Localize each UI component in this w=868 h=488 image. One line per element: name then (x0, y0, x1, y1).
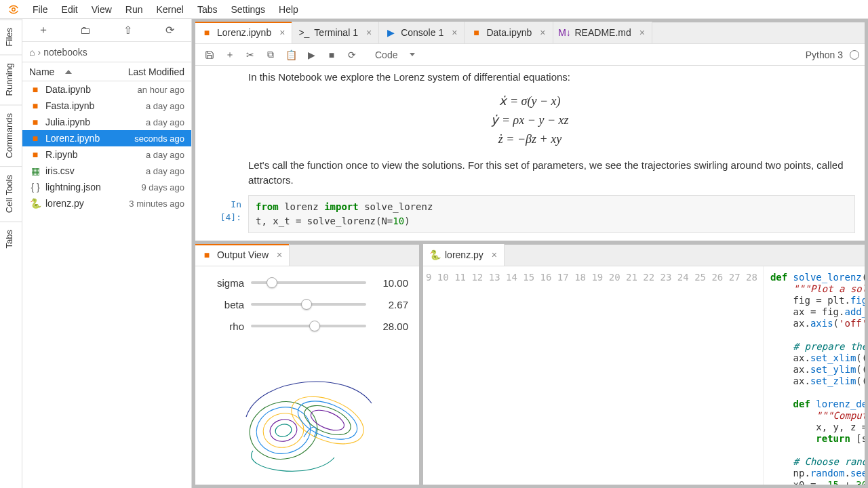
menu-tabs[interactable]: Tabs (191, 1, 224, 18)
tab-label: Terminal 1 (314, 27, 358, 38)
tab-output-view[interactable]: ■Output View× (195, 244, 290, 266)
slider-beta[interactable]: beta2.67 (206, 293, 408, 315)
slider-thumb[interactable] (309, 321, 320, 331)
code-cell[interactable]: In [4]: from lorenz import solve_lorenz … (205, 195, 855, 233)
code-editor[interactable]: 9 10 11 12 13 14 15 16 17 18 19 20 21 22… (423, 266, 865, 485)
file-modified: a day ago (110, 117, 184, 127)
chevron-down-icon (410, 53, 415, 56)
nb-icon: ■ (29, 117, 41, 127)
file-name: R.ipynb (45, 149, 110, 160)
nb-icon: ■ (471, 27, 481, 38)
close-icon[interactable]: × (492, 249, 497, 260)
tab-readme-md[interactable]: M↓README.md× (553, 22, 652, 43)
file-row[interactable]: { }lightning.json9 days ago (22, 179, 191, 195)
code-input[interactable]: from lorenz import solve_lorenz t, x_t =… (248, 195, 855, 233)
markdown-text: In this Notebook we explore the Lorenz s… (248, 70, 855, 85)
notebook-body[interactable]: In this Notebook we explore the Lorenz s… (195, 66, 865, 241)
menu-view[interactable]: View (85, 1, 119, 18)
rail-tab-tabs[interactable]: Tabs (0, 221, 22, 256)
rail-tab-commands[interactable]: Commands (0, 104, 22, 166)
tab-terminal-1[interactable]: >_Terminal 1× (292, 22, 379, 43)
slider-track[interactable] (251, 281, 366, 284)
rail-tab-cell-tools[interactable]: Cell Tools (0, 166, 22, 221)
slider-track[interactable] (251, 303, 366, 306)
slider-thumb[interactable] (301, 299, 312, 310)
slider-value: 2.67 (373, 299, 408, 310)
column-modified-header[interactable]: Last Modified (117, 66, 191, 77)
stop-icon[interactable]: ■ (323, 46, 340, 64)
close-icon[interactable]: × (540, 27, 545, 38)
refresh-icon[interactable]: ⟳ (157, 24, 184, 37)
cell-prompt: In [4]: (205, 195, 248, 233)
paste-icon[interactable]: 📋 (282, 46, 300, 64)
rail-tab-running[interactable]: Running (0, 54, 22, 104)
con-icon: ▶ (386, 27, 395, 38)
menubar: FileEditViewRunKernelTabsSettingsHelp (0, 0, 868, 19)
celltype-select[interactable]: Code (370, 47, 420, 62)
file-row[interactable]: ■Fasta.ipynba day ago (22, 98, 191, 114)
close-icon[interactable]: × (639, 27, 645, 38)
slider-label: beta (206, 299, 244, 310)
menu-file[interactable]: File (26, 1, 55, 18)
file-row[interactable]: ■Lorenz.ipynbseconds ago (22, 130, 191, 146)
insert-cell-icon[interactable]: ＋ (221, 46, 239, 64)
restart-icon[interactable]: ⟳ (343, 46, 361, 64)
kernel-status-icon[interactable] (850, 50, 859, 60)
file-modified: 3 minutes ago (110, 199, 184, 209)
notebook-pane: ■Lorenz.ipynb×>_Terminal 1×▶Console 1×■D… (195, 22, 865, 241)
svg-point-1 (244, 396, 322, 466)
json-icon: { } (29, 182, 41, 192)
breadcrumb[interactable]: ⌂ › notebooks (22, 42, 191, 62)
close-icon[interactable]: × (452, 27, 457, 38)
dock-panel: ■Lorenz.ipynb×>_Terminal 1×▶Console 1×■D… (192, 19, 868, 488)
term-icon: >_ (299, 27, 309, 38)
menu-kernel[interactable]: Kernel (149, 1, 190, 18)
save-icon[interactable] (201, 46, 218, 64)
slider-label: rho (206, 321, 244, 332)
breadcrumb-segment[interactable]: notebooks (43, 47, 87, 58)
menu-settings[interactable]: Settings (224, 1, 273, 18)
file-modified: a day ago (110, 166, 184, 176)
tab-lorenz-py[interactable]: 🐍lorenz.py× (423, 244, 505, 266)
file-row[interactable]: ■Data.ipynban hour ago (22, 81, 191, 98)
tab-console-1[interactable]: ▶Console 1× (379, 22, 465, 43)
tabstrip-top: ■Lorenz.ipynb×>_Terminal 1×▶Console 1×■D… (195, 22, 865, 44)
file-row[interactable]: ■R.ipynba day ago (22, 146, 191, 163)
file-modified: an hour ago (110, 85, 184, 95)
new-folder-icon[interactable]: 🗀 (72, 24, 99, 37)
slider-value: 10.00 (373, 277, 408, 289)
copy-icon[interactable]: ⧉ (262, 46, 279, 64)
column-name-header[interactable]: Name (29, 66, 54, 77)
upload-icon[interactable]: ⇧ (115, 24, 142, 37)
menu-edit[interactable]: Edit (55, 1, 85, 18)
run-icon[interactable]: ▶ (302, 46, 320, 64)
file-row[interactable]: ■Julia.ipynba day ago (22, 114, 191, 130)
tab-label: Data.ipynb (486, 27, 532, 38)
close-icon[interactable]: × (279, 27, 285, 38)
home-icon[interactable]: ⌂ (29, 47, 35, 58)
rail-tab-files[interactable]: Files (0, 19, 22, 54)
close-icon[interactable]: × (277, 249, 282, 260)
slider-thumb[interactable] (267, 277, 277, 288)
slider-rho[interactable]: rho28.00 (206, 315, 408, 337)
slider-sigma[interactable]: sigma10.00 (206, 272, 408, 293)
sort-asc-icon[interactable] (65, 70, 72, 74)
tab-data-ipynb[interactable]: ■Data.ipynb× (465, 22, 553, 43)
slider-label: sigma (206, 277, 244, 289)
menu-run[interactable]: Run (119, 1, 150, 18)
file-row[interactable]: ▦iris.csva day ago (22, 163, 191, 179)
lorenz-plot (206, 349, 408, 485)
cut-icon[interactable]: ✂ (241, 46, 259, 64)
file-row[interactable]: 🐍lorenz.py3 minutes ago (22, 195, 191, 211)
notebook-toolbar: ＋ ✂ ⧉ 📋 ▶ ■ ⟳ Code Python 3 (195, 44, 865, 66)
nb-icon: ■ (202, 27, 212, 38)
new-launcher-icon[interactable]: ＋ (30, 23, 57, 37)
file-modified: 9 days ago (110, 182, 184, 192)
kernel-name[interactable]: Python 3 (806, 49, 843, 60)
tab-lorenz-ipynb[interactable]: ■Lorenz.ipynb× (195, 22, 292, 43)
output-view-pane: ■Output View× sigma10.00beta2.67rho28.00 (195, 244, 420, 485)
menu-help[interactable]: Help (272, 1, 305, 18)
slider-value: 28.00 (373, 321, 408, 332)
close-icon[interactable]: × (366, 27, 372, 38)
slider-track[interactable] (251, 325, 366, 327)
